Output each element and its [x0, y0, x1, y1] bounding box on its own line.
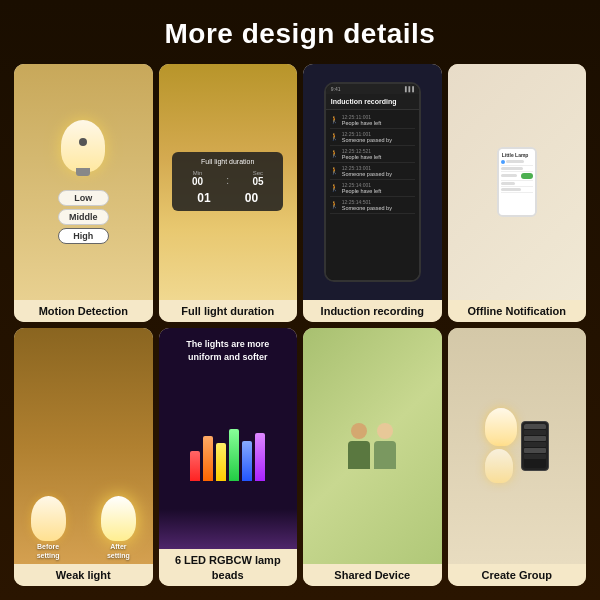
bright-lamp: [101, 496, 136, 541]
record-text: 12:25:14:001 People have left: [342, 182, 381, 194]
offline-row1: [501, 159, 533, 166]
record-item: 🚶 12:25:11:001 People have left: [330, 112, 415, 129]
create-group-image: [448, 328, 587, 564]
app-content: 🚶 12:25:11:001 People have left 🚶 12:25:…: [326, 110, 419, 280]
record-event: Someone passed by: [342, 171, 392, 177]
high-button[interactable]: High: [58, 228, 109, 244]
shared-device-image: [303, 328, 442, 564]
walk-icon: 🚶: [330, 116, 339, 124]
led-bar-red: [190, 451, 200, 481]
text-bar: [506, 160, 524, 163]
offline-toggle[interactable]: [521, 173, 533, 179]
person2: [374, 423, 396, 469]
lamp-sensor: [79, 138, 87, 146]
offline-label: Offline Notification: [448, 300, 587, 322]
text-bar: [501, 188, 521, 191]
before-section: Before setting: [14, 496, 82, 559]
num1-value: 01: [197, 191, 210, 205]
record-text: 12:25:11:001 Someone passed by: [342, 131, 392, 143]
phone-status-bar: 9:41 ▐▐▐: [326, 84, 419, 94]
duration-sec: Sec 05: [252, 170, 263, 187]
text-bar: [501, 167, 523, 170]
motion-detection-image: Low Middle High: [14, 64, 153, 300]
app-header: Induction recording: [326, 94, 419, 110]
record-item: 🚶 12:25:11:001 Someone passed by: [330, 129, 415, 146]
low-button[interactable]: Low: [58, 190, 109, 206]
duration-row: Min 00 : Sec 05: [180, 170, 275, 187]
record-text: 12:25:14:501 Someone passed by: [342, 199, 392, 211]
text-bar: [501, 174, 517, 177]
person1-head: [351, 423, 367, 439]
shared-device-label: Shared Device: [303, 564, 442, 586]
offline-phone: Little Lamp: [497, 147, 537, 217]
led-description: The lights are moreuniform and softer: [186, 338, 269, 363]
screen-row: [524, 448, 546, 453]
lamp-graphic: [56, 120, 111, 185]
led-bar-yellow: [216, 443, 226, 481]
cell-offline-notification: Little Lamp: [448, 64, 587, 322]
motion-detection-label: Motion Detection: [14, 300, 153, 322]
person1-body: [348, 441, 370, 469]
walk-icon: 🚶: [330, 133, 339, 141]
lamp-body: [61, 120, 105, 172]
screen-row: [524, 424, 546, 429]
group-lamp-top: [485, 408, 517, 446]
duration-label: Full light duration: [159, 300, 298, 322]
cell-induction-recording: 9:41 ▐▐▐ Induction recording 🚶 12:25:11:…: [303, 64, 442, 322]
record-item: 🚶 12:25:14:501 Someone passed by: [330, 197, 415, 214]
walk-icon: 🚶: [330, 150, 339, 158]
screen-row: [524, 454, 546, 459]
offline-row3: [501, 172, 533, 181]
duration-separator: :: [226, 170, 229, 187]
duration-sub-row: 01 00: [180, 191, 275, 205]
duration-card-title: Full light duration: [180, 158, 275, 165]
weak-light-image: Before setting After setting: [14, 328, 153, 564]
people-photo: [303, 328, 442, 564]
people-group: [348, 423, 396, 469]
offline-app-title: Little Lamp: [501, 151, 533, 159]
toggle-container: [521, 173, 533, 179]
sec-value: 05: [252, 176, 263, 187]
min-value: 00: [192, 176, 203, 187]
status-dot: [501, 160, 505, 164]
duration-min: Min 00: [192, 170, 203, 187]
led-bar-blue: [242, 441, 252, 481]
record-text: 12:25:11:001 People have left: [342, 114, 381, 126]
group-phone: [521, 421, 549, 471]
screen-row: [524, 430, 546, 435]
middle-button[interactable]: Middle: [58, 209, 109, 225]
group-phone-screen: [524, 424, 546, 468]
create-group-label: Create Group: [448, 564, 587, 586]
after-setting-label: setting: [107, 552, 130, 559]
offline-screen: Little Lamp: [499, 149, 535, 215]
record-item: 🚶 12:25:13:001 Someone passed by: [330, 163, 415, 180]
sensitivity-buttons: Low Middle High: [58, 190, 109, 244]
cell-weak-light: Before setting After setting Weak light: [14, 328, 153, 586]
person2-body: [374, 441, 396, 469]
lamp-stack: [485, 408, 517, 483]
walk-icon: 🚶: [330, 201, 339, 209]
record-event: People have left: [342, 188, 381, 194]
text-bar: [501, 182, 515, 185]
duration-card: Full light duration Min 00 : Sec 05: [172, 152, 283, 211]
induction-image: 9:41 ▐▐▐ Induction recording 🚶 12:25:11:…: [303, 64, 442, 300]
status-signal: ▐▐▐: [403, 86, 414, 92]
record-event: People have left: [342, 154, 381, 160]
person1: [348, 423, 370, 469]
lamp-base: [76, 168, 90, 176]
led-label: 6 LED RGBCW lamp beads: [159, 549, 298, 586]
record-event: People have left: [342, 120, 381, 126]
offline-image: Little Lamp: [448, 64, 587, 300]
duration-num1: 01: [197, 191, 210, 205]
cell-shared-device: Shared Device: [303, 328, 442, 586]
feature-grid: Low Middle High Motion Detection Full li…: [14, 64, 586, 586]
dim-lamp: [31, 496, 66, 541]
led-bars: [190, 426, 265, 481]
led-glow: [159, 509, 298, 549]
duration-num2: 00: [245, 191, 258, 205]
after-section: After setting: [84, 496, 152, 559]
walk-icon: 🚶: [330, 184, 339, 192]
main-container: More design details Low Middle High Moti…: [0, 0, 600, 600]
induction-label: Induction recording: [303, 300, 442, 322]
record-item: 🚶 12:25:14:001 People have left: [330, 180, 415, 197]
